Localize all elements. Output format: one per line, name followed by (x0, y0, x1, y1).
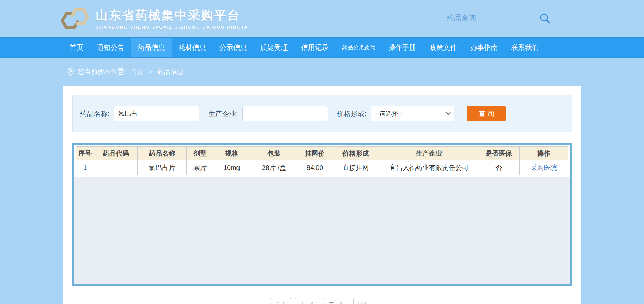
nav-item-notices[interactable]: 通知公告 (90, 38, 131, 57)
cell-drug-name: 氯巴占片 (137, 160, 186, 175)
site-title: 山东省药械集中采购平台 (96, 7, 250, 24)
col-dosage-form: 剂型 (186, 147, 214, 160)
breadcrumb-current[interactable]: 药品信息 (157, 67, 184, 76)
nav-item-objections[interactable]: 质疑受理 (254, 38, 295, 57)
filter-panel: 药品名称: 生产企业: 价格形成: --请选择-- 查 询 (72, 95, 572, 132)
main-content: 药品名称: 生产企业: 价格形成: --请选择-- 查 询 (63, 86, 581, 304)
cell-manufacturer: 宜昌人福药业有限责任公司 (380, 160, 478, 175)
nav-item-policies[interactable]: 政策文件 (423, 38, 464, 57)
table-header-row: 序号 药品代码 药品名称 剂型 规格 包装 挂网价 价格形成 生产企业 是否医保… (76, 147, 568, 160)
purchase-hospital-link[interactable]: 采购医院 (531, 164, 557, 171)
breadcrumb-separator: > (149, 68, 153, 76)
nav-item-manual[interactable]: 操作手册 (382, 38, 423, 57)
drug-name-input[interactable] (114, 106, 199, 121)
price-formation-label: 价格形成: (337, 109, 367, 119)
cell-dosage-form: 素片 (186, 160, 214, 175)
breadcrumb-prefix: 您当前所在位置: (78, 67, 126, 76)
pagination: 首页 上一页 下一页 尾页 (72, 298, 572, 304)
col-package: 包装 (250, 147, 298, 160)
top-search (445, 11, 553, 26)
manufacturer-input[interactable] (242, 106, 328, 121)
cell-price-formation: 直接挂网 (331, 160, 380, 175)
col-seq: 序号 (76, 147, 94, 160)
col-medical-insurance: 是否医保 (478, 147, 519, 160)
nav-item-publicity[interactable]: 公示信息 (213, 38, 254, 57)
col-manufacturer: 生产企业 (380, 147, 478, 160)
cell-medical-insurance: 否 (478, 160, 519, 175)
cell-package: 28片 /盒 (250, 160, 298, 175)
col-spec: 规格 (214, 147, 250, 160)
cell-listed-price: 84.00 (298, 160, 331, 175)
nav-item-drug-info[interactable]: 药品信息 (131, 38, 172, 57)
col-drug-name: 药品名称 (137, 147, 186, 160)
first-page-button[interactable]: 首页 (271, 298, 291, 304)
col-action: 操作 (519, 147, 568, 160)
table-row: 1 氯巴占片 素片 10mg 28片 /盒 84.00 直接挂网 宜昌人福药业有… (76, 160, 568, 175)
last-page-button[interactable]: 尾页 (353, 298, 373, 304)
col-listed-price: 挂网价 (298, 147, 331, 160)
main-nav: 首页 通知公告 药品信息 耗材信息 公示信息 质疑受理 信用记录 药品分类及代 … (0, 37, 644, 58)
nav-item-consumables[interactable]: 耗材信息 (172, 38, 213, 57)
cell-seq: 1 (76, 160, 94, 175)
drug-search-input[interactable] (445, 12, 538, 26)
results-table: 序号 药品代码 药品名称 剂型 规格 包装 挂网价 价格形成 生产企业 是否医保… (76, 146, 568, 175)
price-formation-select[interactable]: --请选择-- (371, 106, 454, 121)
site-subtitle: SHANDONG SHENG YAOXIE JIZHONG CAIGOU PIN… (96, 25, 250, 30)
col-price-formation: 价格形成 (331, 147, 380, 160)
query-button[interactable]: 查 询 (467, 106, 506, 121)
top-header: 山东省药械集中采购平台 SHANDONG SHENG YAOXIE JIZHON… (0, 0, 644, 37)
location-pin-icon (67, 67, 75, 76)
nav-item-classification[interactable]: 药品分类及代 (336, 38, 382, 57)
breadcrumb-home-link[interactable]: 首页 (131, 67, 144, 76)
nav-item-guide[interactable]: 办事指南 (464, 38, 505, 57)
next-page-button[interactable]: 下一页 (324, 298, 349, 304)
drug-name-label: 药品名称: (80, 109, 110, 119)
nav-item-credit[interactable]: 信用记录 (295, 38, 336, 57)
search-icon[interactable] (538, 11, 553, 26)
nav-item-contact[interactable]: 联系我们 (505, 38, 546, 57)
logo: 山东省药械集中采购平台 SHANDONG SHENG YAOXIE JIZHON… (59, 6, 250, 32)
breadcrumb-band: 您当前所在位置: 首页 > 药品信息 (0, 58, 644, 86)
nav-item-home[interactable]: 首页 (63, 38, 90, 57)
cell-drug-code (94, 160, 138, 175)
breadcrumb: 您当前所在位置: 首页 > 药品信息 (78, 67, 189, 76)
results-table-container: 序号 药品代码 药品名称 剂型 规格 包装 挂网价 价格形成 生产企业 是否医保… (72, 143, 572, 286)
prev-page-button[interactable]: 上一页 (295, 298, 320, 304)
col-drug-code: 药品代码 (94, 147, 138, 160)
logo-icon (59, 6, 91, 32)
cell-spec: 10mg (214, 160, 250, 175)
manufacturer-label: 生产企业: (208, 109, 238, 119)
